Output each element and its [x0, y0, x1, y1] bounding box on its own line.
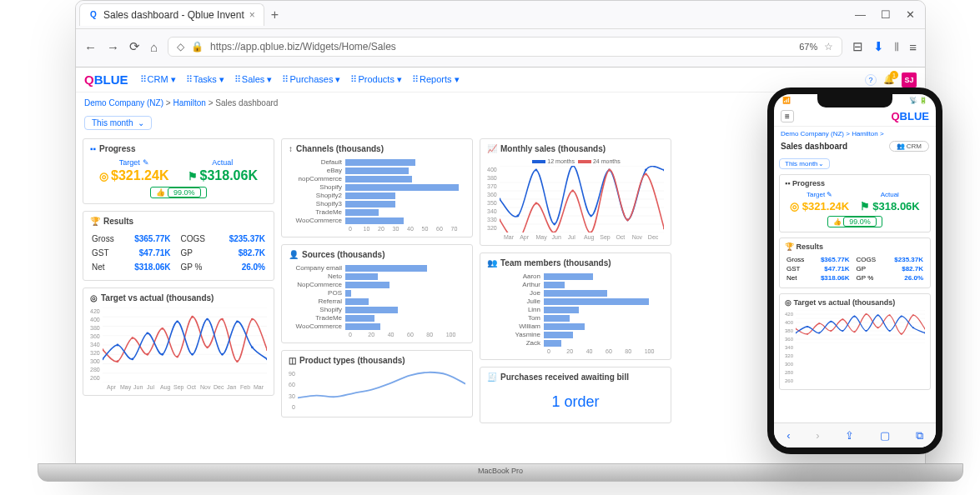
- phone-filter[interactable]: This month ⌄: [779, 158, 830, 169]
- svg-point-23: [131, 358, 133, 360]
- svg-point-72: [818, 322, 820, 324]
- svg-point-92: [912, 327, 914, 328]
- bookmark-icon[interactable]: ☆: [824, 41, 833, 52]
- svg-point-27: [191, 353, 193, 356]
- svg-point-57: [608, 169, 611, 172]
- tab-strip: Q Sales dashboard - Qblue Invent × + — ☐…: [76, 1, 925, 29]
- phone-logo: QBLUE: [891, 110, 929, 122]
- phone-tabs-icon[interactable]: ⧉: [916, 429, 923, 442]
- close-window-icon[interactable]: ✕: [906, 8, 915, 21]
- phone-fwd-icon[interactable]: ›: [816, 429, 819, 442]
- phone-back-icon[interactable]: ‹: [787, 429, 790, 442]
- user-avatar[interactable]: SJ: [902, 72, 917, 88]
- crumb-company[interactable]: Demo Company (NZ): [84, 98, 163, 108]
- phone-mockup: 📶📡 🔋 ≡ QBLUE Demo Company (NZ) > Hamilto…: [767, 88, 942, 454]
- svg-point-10: [116, 360, 118, 362]
- ptypes-card: ◫ Product types (thousands) 9060300: [281, 350, 473, 418]
- phone-book-icon[interactable]: ▢: [880, 429, 890, 442]
- maximize-icon[interactable]: ☐: [881, 8, 891, 21]
- home-button[interactable]: ⌂: [150, 40, 158, 54]
- svg-point-53: [535, 202, 537, 205]
- date-filter[interactable]: This month ⌄: [84, 116, 152, 130]
- close-tab-icon[interactable]: ×: [249, 9, 255, 21]
- nav-crm[interactable]: ⠿CRM ▾: [140, 74, 176, 85]
- svg-point-22: [116, 344, 118, 347]
- awaiting-card[interactable]: 🧾 Purchases received awaiting bill 1 ord…: [480, 367, 671, 423]
- laptop-base: MacBook Pro: [38, 463, 963, 482]
- library-icon[interactable]: ⦀: [894, 39, 899, 54]
- svg-point-31: [251, 346, 254, 348]
- logo[interactable]: QBLUE: [84, 72, 128, 87]
- browser-chrome: Q Sales dashboard - Qblue Invent × + — ☐…: [76, 1, 925, 68]
- svg-point-49: [645, 169, 647, 172]
- minimize-icon[interactable]: —: [855, 8, 866, 21]
- svg-point-77: [877, 327, 879, 328]
- window-controls: — ☐ ✕: [855, 8, 922, 21]
- svg-point-30: [236, 320, 239, 322]
- awaiting-value: 1 order: [487, 387, 664, 418]
- tva-card: ◎ Target vs actual (thousands) 420400380…: [83, 288, 274, 396]
- crumb-page: Sales dashboard: [215, 98, 278, 108]
- team-card: 👥 Team members (thousands) AaronArthurJo…: [480, 252, 671, 360]
- favicon: Q: [88, 10, 98, 20]
- phone-crm-chip[interactable]: 👥 CRM: [889, 141, 929, 152]
- svg-point-87: [853, 315, 855, 317]
- back-button[interactable]: ←: [84, 40, 97, 54]
- svg-point-55: [571, 190, 574, 192]
- progress-card: ▪▪Progress Target ✎ ◎$321.24K Actual ⚑$3…: [83, 138, 274, 204]
- menu-icon[interactable]: ≡: [909, 40, 917, 54]
- help-icon[interactable]: ?: [865, 74, 877, 86]
- new-tab-button[interactable]: +: [271, 8, 279, 22]
- svg-point-75: [853, 331, 855, 332]
- wifi-battery-icon: 📡 🔋: [909, 97, 927, 104]
- nav-reports[interactable]: ⠿Reports ▾: [412, 74, 460, 85]
- svg-point-59: [645, 173, 647, 176]
- download-icon[interactable]: ⬇: [873, 39, 884, 54]
- nav-sales[interactable]: ⠿Sales ▾: [234, 74, 273, 85]
- phone-results-card: 🏆 Results Gross$365.77KCOGS$235.37K GST$…: [779, 238, 931, 288]
- ptypes-chart: [298, 370, 465, 412]
- svg-point-83: [807, 326, 808, 328]
- flag-icon: ⚑: [188, 170, 198, 182]
- svg-point-19: [251, 318, 254, 321]
- phone-menu-icon[interactable]: ≡: [781, 110, 794, 122]
- svg-point-17: [221, 318, 224, 321]
- phone-progress-card: ▪▪ Progress Target ✎◎ $321.24K Actual⚑ $…: [779, 174, 931, 232]
- nav-products[interactable]: ⠿Products ▾: [350, 74, 401, 85]
- svg-point-85: [830, 321, 832, 322]
- phone-tabbar: ‹ › ⇪ ▢ ⧉: [774, 422, 936, 448]
- monthly-chart: [500, 166, 664, 232]
- forward-button[interactable]: →: [107, 40, 119, 54]
- svg-point-76: [865, 313, 867, 315]
- toolbar: ← → ⟳ ⌂ ◇ 🔒 https://app.qblue.biz/Widget…: [76, 29, 925, 64]
- svg-point-29: [221, 353, 224, 356]
- signal-icon: 📶: [782, 97, 791, 104]
- nav-tasks[interactable]: ⠿Tasks ▾: [186, 74, 224, 85]
- phone-breadcrumb[interactable]: Demo Company (NZ) > Hamilton >: [774, 127, 936, 141]
- svg-point-89: [877, 314, 879, 316]
- svg-point-78: [889, 314, 891, 316]
- svg-point-13: [161, 328, 163, 330]
- svg-point-16: [206, 346, 209, 348]
- actual-value: $318.06K: [200, 168, 258, 182]
- svg-point-11: [131, 337, 133, 339]
- target-label[interactable]: Target ✎: [119, 158, 149, 167]
- sources-card: 👤 Sources (thousands) Company emailNetoN…: [281, 244, 473, 343]
- reload-button[interactable]: ⟳: [129, 39, 140, 54]
- phone-tva-card: ◎ Target vs actual (thousands) 420400380…: [779, 293, 931, 390]
- svg-point-60: [663, 228, 664, 230]
- phone-share-icon[interactable]: ⇪: [845, 429, 854, 442]
- permissions-icon[interactable]: ⊟: [852, 39, 863, 54]
- address-bar[interactable]: ◇ 🔒 https://app.qblue.biz/Widgets/Home/S…: [168, 37, 842, 57]
- notifications-icon[interactable]: 🔔: [883, 74, 895, 85]
- zoom-level[interactable]: 67%: [799, 42, 817, 52]
- svg-point-25: [161, 353, 163, 356]
- svg-point-12: [146, 353, 148, 356]
- browser-tab[interactable]: Q Sales dashboard - Qblue Invent ×: [79, 3, 264, 26]
- tva-chart: [103, 308, 267, 382]
- crumb-location[interactable]: Hamilton: [173, 98, 205, 108]
- phone-page-title: Sales dashboard: [781, 142, 847, 151]
- svg-point-24: [146, 332, 148, 335]
- svg-point-74: [842, 318, 843, 320]
- nav-purchases[interactable]: ⠿Purchases ▾: [282, 74, 340, 85]
